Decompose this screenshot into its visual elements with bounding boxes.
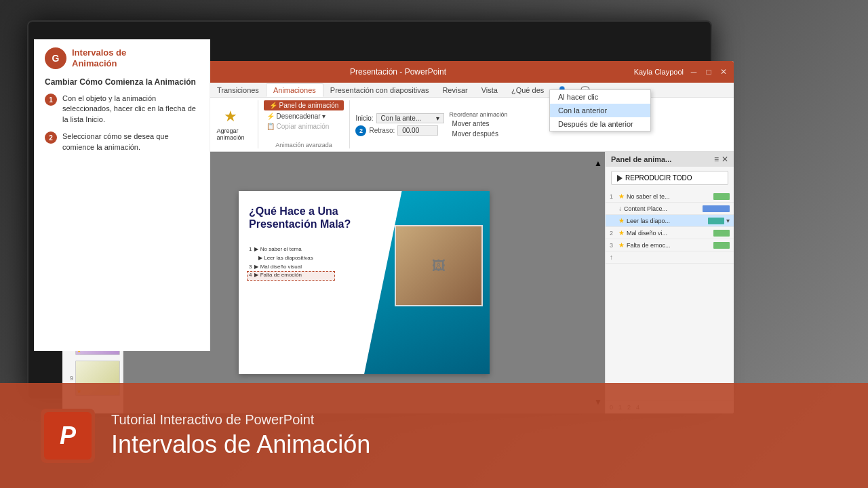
- add-animation-items: ★ Agregaranimación: [214, 100, 248, 147]
- anim-item-3: 3 ★ Falta de emoc...: [606, 239, 734, 251]
- minimize-button[interactable]: ─: [689, 67, 698, 77]
- dropdown-con-la-anterior[interactable]: Con la anterior: [550, 104, 650, 117]
- timing-inicio-row: Inicio: Con la ante... ▾: [355, 113, 443, 123]
- panel-close-button[interactable]: ✕: [722, 155, 728, 164]
- bottom-bar: P Tutorial Interactivo de PowerPoint Int…: [0, 383, 868, 488]
- reorder-controls: Reordenar animación Mover antes Mover de…: [450, 111, 508, 138]
- selection-indicator: [247, 271, 335, 281]
- copy-icon: 📋: [267, 123, 275, 130]
- slide-photo: 🖼: [395, 225, 483, 306]
- step-text-2: Seleccionar cómo se desea que comience l…: [62, 131, 199, 152]
- title-bar-right: Kayla Claypool ─ □ ✕: [634, 67, 728, 77]
- trigger-icon: ⚡: [267, 113, 275, 120]
- tutorial-sidebar: G Intervalos de Animación Cambiar Cómo C…: [34, 39, 210, 351]
- step-number-1: 1: [45, 94, 57, 106]
- sidebar-step-1: 1 Con el objeto y la animación seleccion…: [45, 94, 199, 125]
- ribbon-group-timing: Inicio: Con la ante... ▾ 2 Retraso: 00.0…: [350, 100, 513, 148]
- ribbon-group-add-animation: ★ Agregaranimación: [204, 100, 258, 148]
- bottom-subtitle: Tutorial Interactivo de PowerPoint: [111, 412, 370, 428]
- retraso-label: Retraso:: [369, 127, 395, 134]
- anim-bar-content: [703, 205, 730, 212]
- dropdown-menu: Al hacer clic Con la anterior Después de…: [549, 89, 651, 131]
- panel-animacion-button[interactable]: ⚡ Panel de animación: [264, 100, 344, 110]
- anim-item-2: 2 ★ Mal diseño vi...: [606, 227, 734, 239]
- sidebar-step-2: 2 Seleccionar cómo se desea que comience…: [45, 131, 199, 152]
- anim-bar-leer: [708, 218, 724, 224]
- reordenar-label: Reordenar animación: [450, 111, 508, 118]
- powerpoint-logo: P: [41, 409, 95, 463]
- step-number-2: 2: [45, 131, 57, 144]
- list-item-1: 1▶ No saber el tema: [249, 245, 313, 254]
- step-text-1: Con el objeto y la animación seleccionad…: [62, 94, 199, 125]
- anim-item-leer: ★ Leer las diapo... ▾: [606, 215, 734, 227]
- inicio-label: Inicio:: [355, 115, 373, 122]
- panel-collapse-button[interactable]: ≡: [714, 155, 719, 164]
- anim-dropdown-arrow[interactable]: ▾: [726, 217, 730, 224]
- slide-title: ¿Qué Hace a Una Presentación Mala?: [249, 205, 357, 230]
- advanced-label: Animación avanzada: [275, 140, 332, 148]
- reproducir-todo-button[interactable]: REPRODUCIR TODO: [611, 171, 728, 185]
- panel-icon: ⚡: [269, 102, 277, 109]
- logo-letter: P: [44, 412, 92, 460]
- tab-que-des[interactable]: ¿Qué des: [505, 83, 551, 97]
- mover-antes-button[interactable]: Mover antes: [450, 119, 508, 128]
- animation-panel-title: Panel de anima...: [611, 155, 671, 163]
- ribbon-group-advanced: ⚡ Panel de animación ⚡ Desencadenar ▾ 📋 …: [258, 100, 351, 148]
- canvas-scroll-up[interactable]: ▲: [594, 159, 602, 168]
- advanced-items: ⚡ Panel de animación ⚡ Desencadenar ▾ 📋 …: [264, 100, 344, 140]
- tab-presentacion[interactable]: Presentación con diapositivas: [323, 83, 436, 97]
- sidebar-logo: G Intervalos de Animación: [45, 47, 199, 69]
- username: Kayla Claypool: [634, 68, 684, 76]
- anim-bar-1: [713, 193, 730, 200]
- timing-controls: Inicio: Con la ante... ▾ 2 Retraso: 00.0…: [355, 113, 443, 136]
- desencadenar-button[interactable]: ⚡ Desencadenar ▾: [264, 112, 329, 121]
- retraso-value[interactable]: 00.00: [397, 125, 438, 136]
- tab-vista[interactable]: Vista: [475, 83, 505, 97]
- circle-2-container: 2: [355, 125, 366, 136]
- list-item-3: 3▶ Mal diseño visual: [249, 263, 313, 272]
- slide-content: ¿Qué Hace a Una Presentación Mala? 1▶ No…: [239, 191, 490, 374]
- inicio-dropdown[interactable]: Con la ante... ▾: [376, 113, 444, 123]
- add-animation-icon: ★: [221, 107, 240, 126]
- animation-list: 1 ★ No saber el te... ↓ Content Place...…: [606, 189, 734, 401]
- anim-item-expand: ↑: [606, 251, 734, 264]
- window-title: Presentación - PowerPoint: [350, 67, 446, 77]
- tab-transiciones[interactable]: Transiciones: [210, 83, 266, 97]
- dropdown-al-hacer-clic[interactable]: Al hacer clic: [550, 90, 650, 104]
- play-label: REPRODUCIR TODO: [625, 174, 692, 182]
- animation-panel-header: Panel de anima... ≡ ✕: [606, 152, 734, 167]
- sidebar-heading: Cambiar Cómo Comienza la Animación: [45, 77, 199, 87]
- animation-panel: Panel de anima... ≡ ✕ REPRODUCIR TODO 1 …: [605, 152, 734, 413]
- anim-item-1: 1 ★ No saber el te...: [606, 190, 734, 203]
- dropdown-despues-de-la-anterior[interactable]: Después de la anterior: [550, 117, 650, 131]
- anim-bar-3: [713, 242, 730, 249]
- tab-revisar[interactable]: Revisar: [435, 83, 474, 97]
- mover-despues-button[interactable]: Mover después: [450, 129, 508, 138]
- play-icon: [617, 175, 623, 182]
- logo-circle: G: [45, 47, 66, 69]
- list-item-2: ▶ Leer las diapositivas: [256, 254, 313, 263]
- close-button[interactable]: ✕: [719, 67, 728, 77]
- panel-header-buttons: ≡ ✕: [714, 155, 728, 164]
- timing-circle-number: 2: [355, 125, 366, 136]
- timing-delay-row: 2 Retraso: 00.00: [355, 125, 443, 136]
- anim-item-content-place: ↓ Content Place...: [606, 203, 734, 215]
- bottom-title: Intervalos de Animación: [111, 430, 370, 459]
- copiar-animacion-button[interactable]: 📋 Copiar animación: [264, 122, 332, 131]
- bottom-text: Tutorial Interactivo de PowerPoint Inter…: [111, 412, 370, 459]
- agregar-animacion-button[interactable]: ★ Agregaranimación: [214, 106, 248, 142]
- tab-animaciones[interactable]: Animaciones: [266, 83, 323, 97]
- anim-bar-2: [713, 230, 730, 237]
- maximize-button[interactable]: □: [704, 67, 713, 77]
- sidebar-title: Intervalos de Animación: [72, 47, 126, 68]
